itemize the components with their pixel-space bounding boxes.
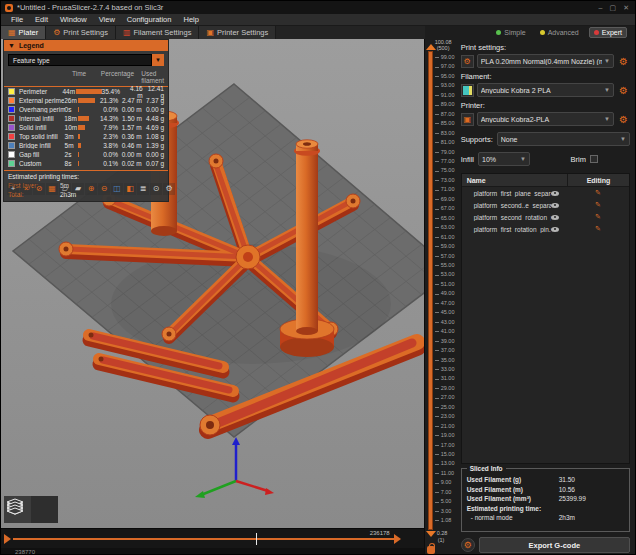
supports-select[interactable]: None▼: [497, 132, 630, 146]
hslider-left-handle[interactable]: [4, 534, 11, 544]
layer-tick: 1.08: [435, 518, 455, 524]
External perimeter: External perimeter 26m 21.3% 2.47 m 7.37…: [4, 96, 168, 105]
layer-slider[interactable]: 100.08 (500) 99.0097.0095.0093.0091.0089…: [425, 39, 459, 555]
visibility-eye-icon[interactable]: [551, 203, 559, 208]
paste-icon[interactable]: ▰: [72, 183, 84, 195]
mode-advanced[interactable]: Advanced: [536, 28, 583, 37]
copy-icon[interactable]: ▱: [59, 183, 71, 195]
remove-instance-icon[interactable]: ⊖: [98, 183, 110, 195]
percentage-bar: [78, 134, 80, 139]
feature-color-swatch: [8, 88, 15, 95]
split-parts-icon[interactable]: ◧: [124, 183, 136, 195]
delete-all-icon[interactable]: ⊘: [33, 183, 45, 195]
print-settings-gear-button[interactable]: ⚙: [617, 55, 630, 68]
object-row[interactable]: platform_first_rotation_pin.stl ✎: [462, 223, 629, 235]
maximize-button[interactable]: ▢: [610, 4, 617, 11]
layer-tick: 35.00: [435, 358, 455, 364]
percentage-bar: [78, 98, 95, 103]
feature-meters: 0.00 m: [121, 106, 142, 113]
feature-grams: 4.69 g: [142, 124, 164, 131]
tab-print-settings[interactable]: ⚙ Print Settings: [46, 26, 116, 39]
print-settings-select[interactable]: PLA 0.20mm Normal(0.4mm Nozzle) (modifie…: [477, 54, 614, 68]
hslider-tick: [256, 533, 257, 545]
slider-lock-icon[interactable]: [427, 546, 435, 554]
edit-icon[interactable]: ✎: [567, 213, 629, 221]
close-button[interactable]: ✕: [623, 4, 629, 11]
legend-title-bar[interactable]: ▼ Legend: [4, 40, 168, 51]
mode-switcher: Simple Advanced Expert: [425, 26, 635, 39]
chevron-down-icon: ▼: [520, 156, 526, 162]
object-row[interactable]: platform_second..e_separator.stl ✎: [462, 199, 629, 211]
hslider-right-handle[interactable]: [394, 534, 401, 544]
preview-view-button[interactable]: [31, 496, 58, 523]
layer-tick: 37.00: [435, 348, 455, 354]
menu-item[interactable]: Edit: [29, 14, 54, 26]
tab-printer-settings[interactable]: ▣ Printer Settings: [199, 26, 276, 39]
plater-toolbar: + × ⊘ ▦ ▱ ▰ ⊕ ⊖: [7, 183, 175, 195]
layer-tick: 7.00: [435, 490, 455, 496]
mode-label: Advanced: [548, 29, 579, 36]
filament-select[interactable]: Anycubic Kobra 2 PLA▼: [477, 83, 614, 97]
feature-grams: 1.08 g: [142, 133, 164, 140]
edit-icon[interactable]: ✎: [567, 225, 629, 233]
tab-plater[interactable]: ▦ Plater: [1, 26, 46, 39]
layer-tick: 3.00: [435, 509, 455, 515]
feature-percent: 2.3%: [101, 133, 118, 140]
hslider-track[interactable]: [13, 538, 394, 540]
add-instance-icon[interactable]: ⊕: [85, 183, 97, 195]
horizontal-move-slider[interactable]: 236178: [1, 528, 424, 548]
variable-layer-height-icon[interactable]: ≣: [137, 183, 149, 195]
brim-checkbox[interactable]: [590, 155, 598, 163]
object-list-header: Name Editing: [462, 174, 629, 187]
menu-item[interactable]: File: [5, 14, 29, 26]
split-objects-icon[interactable]: ◫: [111, 183, 123, 195]
tab-filament-settings[interactable]: ▥ Filament Settings: [116, 26, 200, 39]
export-options-gear-button[interactable]: ⚙: [461, 538, 475, 552]
layer-slider-track[interactable]: [428, 51, 433, 530]
feature-color-swatch: [8, 115, 15, 122]
arrange-icon[interactable]: ▦: [46, 183, 58, 195]
feature-color-swatch: [8, 124, 15, 131]
object-row[interactable]: platform_second_rotation_pin.stl ✎: [462, 211, 629, 223]
tab-label: Plater: [19, 28, 39, 37]
settings-tabs: ▦ Plater ⚙ Print Settings ▥ Filament Set…: [1, 26, 425, 39]
feature-grams: 0.00 g: [142, 151, 164, 158]
edit-icon[interactable]: ✎: [567, 201, 629, 209]
layer-tick: 41.00: [435, 329, 455, 335]
layer-slider-top-handle[interactable]: [426, 44, 436, 50]
sliced-info-title: Sliced Info: [467, 465, 506, 472]
feature-name: Internal infill: [19, 115, 64, 122]
menu-item[interactable]: Window: [54, 14, 93, 26]
filament-gear-button[interactable]: ⚙: [617, 84, 630, 97]
layer-slider-bottom-handle[interactable]: [426, 531, 436, 537]
status-strip: 238770: [1, 548, 424, 555]
printer-gear-button[interactable]: ⚙: [617, 113, 630, 126]
layer-tick: 77.00: [435, 159, 455, 165]
delete-icon[interactable]: ×: [20, 183, 32, 195]
settings-icon[interactable]: ⚙: [163, 183, 175, 195]
visibility-eye-icon[interactable]: [551, 215, 559, 220]
normal-mode-value: 2h3m: [559, 513, 575, 523]
sliced-info-panel: Sliced Info Used Filament (g)31.50 Used …: [461, 468, 630, 532]
feature-name: Overhang perimeter: [19, 106, 65, 113]
menu-item[interactable]: Configuration: [121, 14, 178, 26]
export-gcode-button[interactable]: Export G-code: [479, 537, 630, 553]
edit-icon[interactable]: ✎: [567, 189, 629, 197]
search-icon[interactable]: ⊙: [150, 183, 162, 195]
mode-simple[interactable]: Simple: [492, 28, 529, 37]
visibility-eye-icon[interactable]: [551, 191, 559, 196]
add-icon[interactable]: +: [7, 183, 19, 195]
menu-item[interactable]: View: [93, 14, 121, 26]
view-type-select[interactable]: Feature type: [8, 54, 152, 66]
3d-scene[interactable]: ▼ Legend Feature type ▼ Time Percentage …: [1, 39, 424, 528]
title-bar: *Untitled - PrusaSlicer-2.7.4 based on S…: [1, 1, 635, 14]
printer-select[interactable]: Anycubic Kobra2-PLA▼: [477, 112, 614, 126]
infill-select[interactable]: 10%▼: [478, 152, 530, 166]
menu-item[interactable]: Help: [177, 14, 204, 26]
mode-expert[interactable]: Expert: [589, 27, 627, 38]
object-row[interactable]: platform_first_plane_separator.stl ✎: [462, 187, 629, 199]
minimize-button[interactable]: –: [599, 4, 603, 11]
visibility-eye-icon[interactable]: [551, 227, 559, 232]
layer-tick: 89.00: [435, 102, 455, 108]
view-type-dropdown-icon[interactable]: ▼: [152, 54, 164, 66]
